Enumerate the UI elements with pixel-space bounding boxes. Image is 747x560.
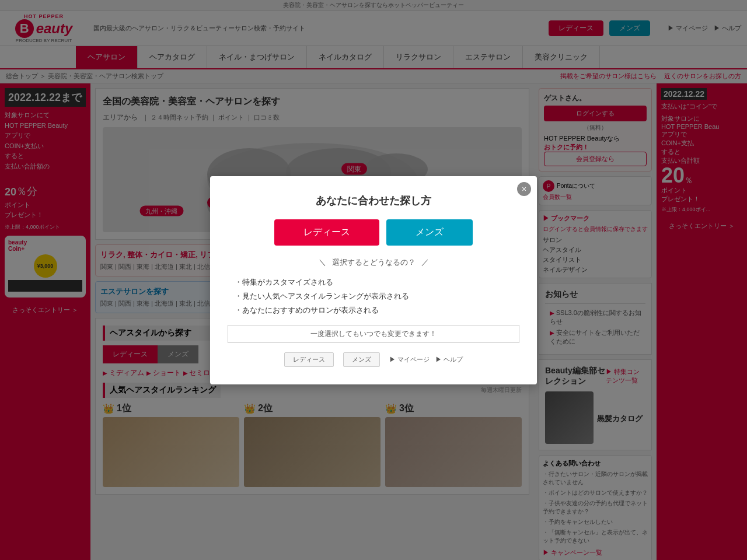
modal-divider: ＼ 選択するとどうなるの？ ／ (228, 257, 519, 268)
modal-ladies-button[interactable]: レディース (274, 219, 379, 246)
modal-divider-text: 選択するとどうなるの？ (332, 257, 416, 268)
modal-bullets: 特集がカスタマイズされる 見たい人気ヘアスタイルランキングが表示される あなたに… (228, 277, 519, 316)
modal-bullet-3: あなたにおすすめのサロンが表示される (228, 305, 519, 316)
modal-links: ▶ マイページ ▶ ヘルプ (389, 355, 463, 364)
modal-sub-ladies-button[interactable]: レディース (284, 352, 334, 367)
modal-close-button[interactable]: × (517, 182, 531, 196)
modal-mens-button[interactable]: メンズ (386, 219, 473, 246)
modal-help-link[interactable]: ▶ ヘルプ (435, 355, 463, 364)
modal-sub-mens-button[interactable]: メンズ (343, 352, 380, 367)
modal-bullet-1: 特集がカスタマイズされる (228, 277, 519, 288)
modal-mypage-link[interactable]: ▶ マイページ (389, 355, 430, 364)
modal: × あなたに合わせた探し方 レディース メンズ ＼ 選択するとどうなるの？ ／ … (210, 176, 537, 384)
modal-title: あなたに合わせた探し方 (228, 194, 519, 208)
modal-bottom: レディース メンズ ▶ マイページ ▶ ヘルプ (228, 352, 519, 367)
modal-gender-buttons: レディース メンズ (228, 219, 519, 246)
modal-bullet-2: 見たい人気ヘアスタイルランキングが表示される (228, 291, 519, 302)
modal-overlay[interactable]: × あなたに合わせた探し方 レディース メンズ ＼ 選択するとどうなるの？ ／ … (0, 0, 747, 560)
modal-note: 一度選択してもいつでも変更できます！ (228, 325, 519, 343)
